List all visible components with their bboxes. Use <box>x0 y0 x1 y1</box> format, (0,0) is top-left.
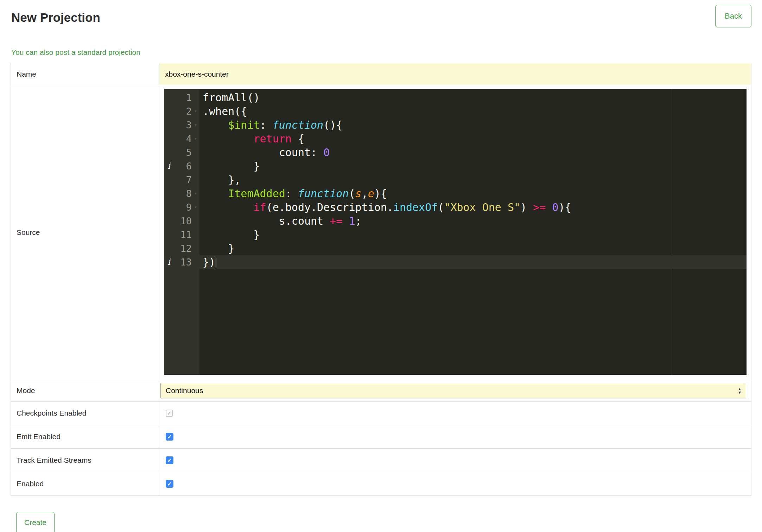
fold-icon[interactable]: ▾ <box>192 187 199 200</box>
code-line-text: ItemAdded: function(s,e){ <box>199 187 387 200</box>
editor-line: 10 s.count += 1; <box>164 214 747 228</box>
form-row-mode: Mode Continuous ▲ ▼ <box>11 380 751 402</box>
checkpoints-value-cell: ✓ <box>159 402 751 425</box>
mode-value-cell: Continuous ▲ ▼ <box>159 380 751 402</box>
form-row-track: Track Emitted Streams ✓ <box>11 449 751 472</box>
info-icon: i <box>164 255 174 269</box>
editor-line: 7 }, <box>164 173 747 187</box>
code-line-text: }) <box>199 255 216 269</box>
source-code-editor[interactable]: 1fromAll()2▾.when({3▾ $init: function(){… <box>164 89 747 375</box>
code-line-text: $init: function(){ <box>199 118 342 132</box>
editor-code-lines: 1fromAll()2▾.when({3▾ $init: function(){… <box>164 89 747 269</box>
enabled-label: Enabled <box>11 472 159 496</box>
editor-line: 3▾ $init: function(){ <box>164 118 747 132</box>
form-row-name: Name <box>11 63 751 85</box>
source-label: Source <box>11 85 159 380</box>
line-gutter: 2▾ <box>164 104 199 118</box>
standard-projection-link[interactable]: You can also post a standard projection <box>11 47 140 57</box>
text-cursor <box>216 257 216 268</box>
line-number: 3 <box>174 118 192 132</box>
fold-icon[interactable]: ▾ <box>192 104 199 118</box>
code-line-text: .when({ <box>199 104 247 118</box>
editor-line: 11 } <box>164 228 747 242</box>
line-number: 12 <box>174 242 192 255</box>
code-line-text: if(e.body.Description.indexOf("Xbox One … <box>199 200 571 214</box>
line-gutter: 10 <box>164 214 199 228</box>
line-number: 10 <box>174 214 192 228</box>
line-number: 9 <box>174 200 192 214</box>
form-row-checkpoints: Checkpoints Enabled ✓ <box>11 402 751 425</box>
source-value-cell: 1fromAll()2▾.when({3▾ $init: function(){… <box>159 85 751 380</box>
emit-value-cell: ✓ <box>159 425 751 449</box>
projection-name-input[interactable] <box>159 64 751 85</box>
line-gutter: i6 <box>164 159 199 173</box>
create-button[interactable]: Create <box>16 512 55 532</box>
page-header: New Projection Back <box>11 5 751 27</box>
line-number: 11 <box>174 228 192 242</box>
line-gutter: 11 <box>164 228 199 242</box>
line-number: 8 <box>174 187 192 200</box>
line-number: 6 <box>174 159 192 173</box>
code-line-text: fromAll() <box>199 91 260 104</box>
info-icon: i <box>164 159 174 173</box>
line-gutter: i13 <box>164 255 199 269</box>
back-button[interactable]: Back <box>715 5 751 27</box>
select-arrows-icon: ▲ ▼ <box>738 387 742 394</box>
code-line-text: } <box>199 242 234 255</box>
editor-line: 4▾ return { <box>164 132 747 146</box>
emit-label: Emit Enabled <box>11 425 159 449</box>
line-number: 1 <box>174 91 192 104</box>
checkpoints-label: Checkpoints Enabled <box>11 402 159 425</box>
checkpoints-checkbox: ✓ <box>166 410 173 417</box>
mode-label: Mode <box>11 380 159 402</box>
editor-line: i13}) <box>164 255 747 269</box>
line-number: 2 <box>174 104 192 118</box>
line-gutter: 7 <box>164 173 199 187</box>
editor-line: 9▾ if(e.body.Description.indexOf("Xbox O… <box>164 200 747 214</box>
editor-line: 2▾.when({ <box>164 104 747 118</box>
editor-line: 12 } <box>164 242 747 255</box>
track-emitted-checkbox[interactable]: ✓ <box>166 456 173 464</box>
form-row-emit: Emit Enabled ✓ <box>11 425 751 449</box>
editor-line: i6 } <box>164 159 747 173</box>
line-number: 4 <box>174 132 192 146</box>
emit-checkbox[interactable]: ✓ <box>166 433 173 441</box>
code-line-text: } <box>199 228 260 242</box>
line-gutter: 9▾ <box>164 200 199 214</box>
code-line-text: count: 0 <box>199 146 330 159</box>
mode-select-value: Continuous <box>166 386 203 395</box>
line-gutter: 8▾ <box>164 187 199 200</box>
enabled-value-cell: ✓ <box>159 472 751 496</box>
form-row-source: Source 1fromAll()2▾.when({3▾ $init: func… <box>11 85 751 380</box>
line-gutter: 1 <box>164 91 199 104</box>
track-label: Track Emitted Streams <box>11 449 159 472</box>
editor-line: 1fromAll() <box>164 91 747 104</box>
line-gutter: 12 <box>164 242 199 255</box>
editor-line: 5 count: 0 <box>164 146 747 159</box>
name-value-cell <box>159 63 751 85</box>
code-line-text: }, <box>199 173 241 187</box>
line-gutter: 3▾ <box>164 118 199 132</box>
fold-icon[interactable]: ▾ <box>192 132 199 146</box>
track-value-cell: ✓ <box>159 449 751 472</box>
enabled-checkbox[interactable]: ✓ <box>166 480 173 488</box>
fold-icon[interactable]: ▾ <box>192 200 199 214</box>
code-line-text: s.count += 1; <box>199 214 362 228</box>
form-row-enabled: Enabled ✓ <box>11 472 751 496</box>
mode-select[interactable]: Continuous ▲ ▼ <box>160 383 746 398</box>
line-number: 7 <box>174 173 192 187</box>
page-title: New Projection <box>11 11 100 25</box>
editor-line: 8▾ ItemAdded: function(s,e){ <box>164 187 747 200</box>
line-gutter: 5 <box>164 146 199 159</box>
line-gutter: 4▾ <box>164 132 199 146</box>
name-label: Name <box>11 63 159 85</box>
arrow-down-icon: ▼ <box>738 391 742 394</box>
line-number: 5 <box>174 146 192 159</box>
projection-form-table: Name Source 1fromAll()2▾.when({3▾ $init:… <box>11 63 751 496</box>
fold-icon[interactable]: ▾ <box>192 118 199 132</box>
new-projection-page: New Projection Back You can also post a … <box>0 0 762 532</box>
line-number: 13 <box>174 255 192 269</box>
code-line-text: } <box>199 159 260 173</box>
code-line-text: return { <box>199 132 304 146</box>
